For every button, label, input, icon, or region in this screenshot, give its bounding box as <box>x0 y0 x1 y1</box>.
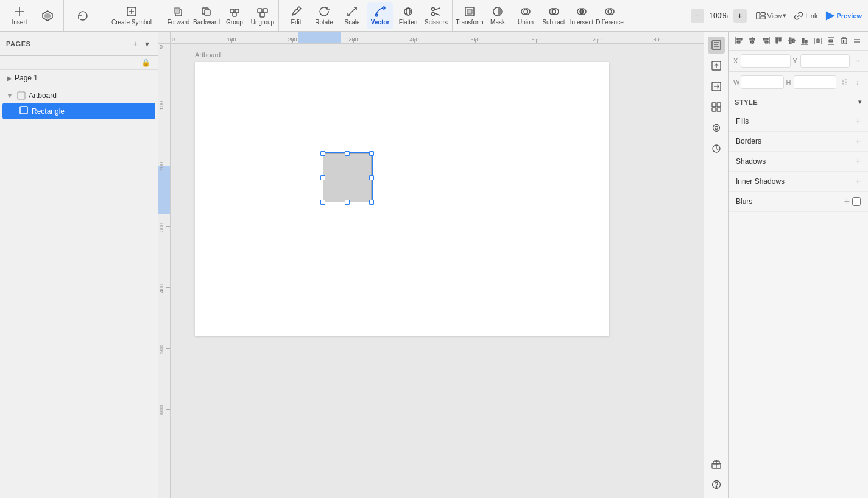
x-input[interactable] <box>741 54 790 68</box>
handle-bottom-left[interactable] <box>320 200 325 205</box>
add-page-button[interactable]: + <box>130 38 140 50</box>
inner-shadows-row[interactable]: Inner Shadows + <box>729 172 868 192</box>
rectangle-layer-item[interactable]: Rectangle <box>2 103 155 119</box>
transform-button[interactable]: Transform <box>456 2 483 29</box>
x-field: X <box>733 54 791 68</box>
svg-point-67 <box>715 127 718 130</box>
h-input[interactable] <box>794 75 836 89</box>
pages-menu-button[interactable]: ▾ <box>143 38 152 50</box>
vertical-ruler: 0 100 200 300 400 500 600 <box>158 44 171 498</box>
flip-v-button[interactable]: ↕ <box>852 75 863 89</box>
flip-h-button[interactable]: ↔ <box>852 54 863 68</box>
distribute-v-button[interactable] <box>825 34 838 47</box>
group-button[interactable]: Group <box>221 2 248 29</box>
shadows-label: Shadows <box>736 157 766 166</box>
inspector-align-button[interactable] <box>708 37 725 54</box>
svg-rect-76 <box>737 41 740 43</box>
union-button[interactable]: Union <box>512 2 539 29</box>
artboard-frame[interactable]: Artboard <box>195 62 609 336</box>
page-item[interactable]: ▶ Page 1 <box>0 70 158 86</box>
mask-button[interactable]: Mask <box>484 2 511 29</box>
artboard-layer-item[interactable]: ▼ Artboard <box>0 88 158 103</box>
align-center-v-button[interactable] <box>786 34 798 47</box>
insert-button[interactable]: Insert <box>6 2 33 29</box>
handle-middle-left[interactable] <box>320 175 325 180</box>
align-right-button[interactable] <box>760 34 772 47</box>
lock-button[interactable]: 🔒 <box>139 57 153 68</box>
shadows-add-icon[interactable]: + <box>855 156 861 166</box>
svg-rect-62 <box>712 103 716 107</box>
edit-button[interactable]: Edit <box>283 2 309 29</box>
toolbar-group-link: Link <box>791 0 820 31</box>
inspector-style-button[interactable] <box>708 119 725 136</box>
blurs-toggle[interactable] <box>852 197 861 206</box>
refresh-button[interactable] <box>68 2 98 29</box>
align-center-h-button[interactable] <box>747 34 759 47</box>
preview-button[interactable]: Preview <box>824 10 862 21</box>
canvas-area[interactable]: 0 100 200 300 400 500 600 700 800 <box>158 32 704 498</box>
layers-toggle-button[interactable] <box>34 2 61 29</box>
right-panel: X Y ↔ W H ⛓ ↕ <box>728 32 868 498</box>
delete-button[interactable] <box>838 34 850 47</box>
svg-rect-82 <box>765 41 768 43</box>
blurs-row[interactable]: Blurs + <box>729 192 868 212</box>
handle-top-right[interactable] <box>369 151 374 156</box>
create-symbol-button[interactable]: Create Symbol <box>107 2 156 29</box>
canvas-scroll[interactable]: Artboard <box>171 44 704 498</box>
scissors-button[interactable]: Scissors <box>423 2 450 29</box>
svg-rect-98 <box>842 38 847 44</box>
distribute-h-button[interactable] <box>812 34 824 47</box>
style-dropdown-button[interactable]: ▾ <box>858 98 862 106</box>
inspector-history-button[interactable] <box>708 140 725 157</box>
blurs-add-icon[interactable]: + <box>844 197 850 206</box>
ungroup-button[interactable]: Ungroup <box>249 2 276 29</box>
align-left-button[interactable] <box>733 34 746 47</box>
lock-ratio-button[interactable]: ⛓ <box>839 75 850 89</box>
link-button[interactable]: Link <box>793 10 817 21</box>
difference-button[interactable]: Difference <box>596 2 623 29</box>
inspector-resize-button[interactable] <box>708 78 725 95</box>
y-input[interactable] <box>800 54 850 68</box>
artboard-expand-icon: ▼ <box>6 91 13 100</box>
intersect-button[interactable]: Intersect <box>568 2 595 29</box>
handle-top-left[interactable] <box>320 151 325 156</box>
svg-rect-79 <box>751 41 754 43</box>
page-label: Page 1 <box>15 74 38 82</box>
vector-button[interactable]: Vector <box>367 2 393 29</box>
more-options-button[interactable] <box>852 34 864 47</box>
inspector-gift-button[interactable] <box>708 455 725 472</box>
handle-top-center[interactable] <box>345 151 350 156</box>
shadows-row[interactable]: Shadows + <box>729 152 868 172</box>
w-input[interactable] <box>741 75 783 89</box>
svg-rect-88 <box>792 39 794 43</box>
scale-button[interactable]: Scale <box>339 2 365 29</box>
zoom-minus-button[interactable]: − <box>691 9 704 23</box>
inspector-grid-button[interactable] <box>708 99 725 116</box>
main-area: PAGES + ▾ 🔒 ▶ Page 1 ▼ <box>0 32 868 498</box>
handle-middle-right[interactable] <box>369 175 374 180</box>
handle-bottom-center[interactable] <box>345 200 350 205</box>
h-label: H <box>786 79 792 86</box>
inspector-help-button[interactable] <box>708 476 725 493</box>
inner-shadows-add-icon[interactable]: + <box>855 177 861 186</box>
borders-add-icon[interactable]: + <box>855 136 861 146</box>
flatten-button[interactable]: Flatten <box>395 2 422 29</box>
subtract-button[interactable]: Subtract <box>540 2 567 29</box>
inspector-export-button[interactable] <box>708 57 725 74</box>
svg-point-24 <box>432 13 435 16</box>
align-top-button[interactable] <box>773 34 785 47</box>
svg-rect-91 <box>805 40 807 43</box>
rectangle-shape[interactable] <box>323 153 372 202</box>
fills-row[interactable]: Fills + <box>729 111 868 132</box>
rotate-button[interactable]: Rotate <box>311 2 337 29</box>
view-dropdown-button[interactable]: View ▾ <box>755 10 787 21</box>
borders-row[interactable]: Borders + <box>729 132 868 152</box>
handle-bottom-right[interactable] <box>369 200 374 205</box>
forward-button[interactable]: Forward <box>165 2 192 29</box>
zoom-value: 100% <box>707 12 731 20</box>
zoom-plus-button[interactable]: + <box>733 9 747 23</box>
backward-button[interactable]: Backward <box>193 2 220 29</box>
align-bottom-button[interactable] <box>799 34 811 47</box>
fills-add-icon[interactable]: + <box>855 116 861 126</box>
svg-rect-12 <box>235 9 239 13</box>
